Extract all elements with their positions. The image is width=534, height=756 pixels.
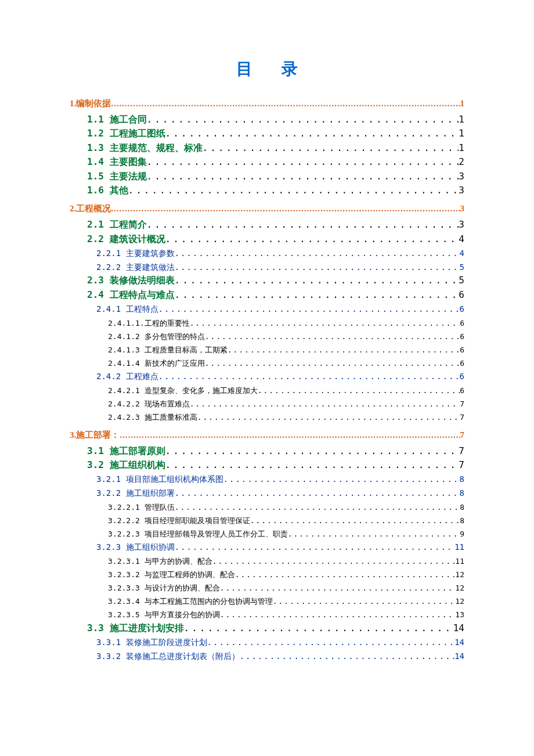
toc-entry-label: 2.2 建筑设计概况 [87,233,165,246]
toc-entry[interactable]: 3.施工部署：7 [70,429,464,441]
toc-entry[interactable]: 3.2.3.3 与设计方的协调、配合12 [70,583,464,593]
toc-entry[interactable]: 3.2 施工组织机构7 [70,459,464,471]
toc-entry-label: 2.工程概况 [70,203,111,215]
toc-entry-page: 12 [455,583,464,593]
toc-entry-page: 14 [454,637,464,649]
toc-entry-label: 3.2.2 施工组织部署 [96,488,175,499]
toc-entry-page: 8 [460,516,464,526]
toc-entry[interactable]: 3.2.2.2 项目经理部职能及项目管理保证8 [70,516,464,526]
toc-entry-label: 2.2.2 主要建筑做法 [96,262,175,273]
toc-entry-label: 2.4.1 工程特点 [96,304,158,315]
toc-entry-page: 11 [455,556,464,567]
toc-entry-label: 2.4.1.1.工程的重要性 [108,318,190,329]
toc-entry-label: 3.3 施工进度计划安排 [87,622,184,635]
toc-entry[interactable]: 2.4 工程特点与难点6 [70,289,464,301]
toc-entry-label: 3.2.2.1 管理队伍 [108,502,175,513]
toc-entry[interactable]: 3.3 施工进度计划安排14 [70,622,464,635]
toc-entry-page: 12 [455,570,464,580]
toc-entry[interactable]: 2.4.2 工程难点6 [70,371,464,383]
toc-entry[interactable]: 2.4.1.2 多分包管理的特点6 [70,332,464,342]
toc-entry[interactable]: 2.2.1 主要建筑参数4 [70,248,464,260]
toc-entry[interactable]: 1.3 主要规范、规程、标准1 [70,142,464,154]
toc-entry-label: 1.2 工程施工图纸 [87,127,165,140]
toc-entry[interactable]: 2.4.1 工程特点6 [70,304,464,315]
toc-entry[interactable]: 1.4 主要图集2 [70,156,464,168]
toc-entry[interactable]: 1.编制依据1 [70,98,464,110]
toc-entry[interactable]: 2.工程概况3 [70,203,464,215]
toc-entry[interactable]: 3.2.2.3 项目经理部领导及管理人员工作分工、职责9 [70,529,464,539]
toc-dots [240,651,455,663]
toc-entry[interactable]: 3.3.2 装修施工总进度计划表（附后）14 [70,651,464,663]
toc-entry[interactable]: 2.3 装修做法明细表5 [70,274,464,287]
toc-entry-label: 1.5 主要法规 [87,170,147,183]
toc-dots [158,371,460,383]
toc-dots [184,622,453,635]
toc-dots [228,345,460,355]
toc-entry[interactable]: 1.1 施工合同1 [70,113,464,126]
toc-entry[interactable]: 2.4.2.1 造型复杂、变化多，施工难度加大6 [70,386,464,396]
toc-dots [175,542,455,553]
toc-entry-page: 6 [460,345,464,355]
toc-entry-label: 2.4 工程特点与难点 [87,289,175,301]
toc-entry[interactable]: 2.4.1.1.工程的重要性6 [70,318,464,329]
toc-entry[interactable]: 2.4.1.4 新技术的广泛应用6 [70,358,464,369]
toc-entry[interactable]: 3.2.3.4 与本工程施工范围内的分包协调与管理12 [70,596,464,607]
toc-dots [147,170,459,183]
toc-entry-label: 3.2 施工组织机构 [87,459,165,471]
toc-entry-label: 1.6 其他 [87,184,128,197]
toc-entry-label: 2.4.2 工程难点 [96,371,158,383]
toc-entry[interactable]: 3.2.2.1 管理队伍8 [70,502,464,513]
toc-entry-label: 3.2.2.3 项目经理部领导及管理人员工作分工、职责 [108,529,288,539]
toc-dots [175,502,460,513]
toc-entry[interactable]: 2.4.2.2 现场布置难点7 [70,399,464,409]
toc-entry[interactable]: 3.2.3 施工组织协调11 [70,542,464,553]
toc-dots [250,516,460,526]
toc-entry[interactable]: 3.2.3.2 与监理工程师的协调、配合12 [70,570,464,580]
toc-entry-label: 1.编制依据 [70,98,111,110]
toc-entry-page: 6 [460,332,464,342]
toc-entry[interactable]: 1.5 主要法规3 [70,170,464,183]
toc-entry[interactable]: 3.2.2 施工组织部署8 [70,488,464,499]
toc-entry-page: 5 [459,274,464,287]
toc-entry-page: 13 [455,610,464,620]
toc-entry[interactable]: 2.4.2.3 施工质量标准高7 [70,412,464,423]
toc-entry[interactable]: 3.1 施工部署原则7 [70,445,464,458]
toc-entry-page: 14 [454,651,464,663]
toc-dots [190,399,460,409]
toc-entry-page: 8 [460,474,464,485]
toc-entry-page: 7 [460,399,464,409]
toc-entry-page: 6 [460,386,464,396]
toc-entry[interactable]: 2.4.1.3 工程质量目标高，工期紧6 [70,345,464,355]
toc-entry[interactable]: 3.2.3.1 与甲方的协调、配合11 [70,556,464,567]
toc-dots [190,318,460,329]
toc-entry[interactable]: 3.2.1 项目部施工组织机构体系图8 [70,474,464,485]
toc-dots [207,637,455,649]
toc-entry[interactable]: 2.2 建筑设计概况4 [70,233,464,246]
toc-entry-label: 3.2.3.2 与监理工程师的协调、配合 [108,570,235,580]
toc-entry[interactable]: 3.2.3.5 与甲方直接分包的协调13 [70,610,464,620]
toc-entry-page: 7 [459,445,464,458]
toc-entry[interactable]: 3.3.1 装修施工阶段进度计划14 [70,637,464,649]
toc-entry-label: 3.2.3.5 与甲方直接分包的协调 [108,610,220,620]
toc-entry-label: 2.4.2.3 施工质量标准高 [108,412,197,423]
toc-entry[interactable]: 1.2 工程施工图纸1 [70,127,464,140]
toc-entry-page: 7 [459,459,464,471]
toc-entry-page: 6 [459,289,464,301]
toc-entry-label: 3.2.1 项目部施工组织机构体系图 [96,474,223,485]
toc-entry-page: 3 [460,203,465,215]
toc-entry-page: 1 [459,127,464,140]
toc-entry-label: 2.1 工程简介 [87,218,147,231]
toc-dots [220,610,456,620]
toc-entry[interactable]: 2.1 工程简介3 [70,218,464,231]
toc-entry-page: 9 [460,529,464,539]
toc-entry-label: 3.1 施工部署原则 [87,445,165,458]
toc-entry-label: 2.4.1.2 多分包管理的特点 [108,332,205,342]
toc-entry-label: 2.4.1.3 工程质量目标高，工期紧 [108,345,228,355]
toc-entry-page: 1 [459,113,464,126]
toc-entry-page: 4 [459,233,464,246]
toc-entry[interactable]: 2.2.2 主要建筑做法5 [70,262,464,273]
toc-entry-label: 3.施工部署： [70,429,120,441]
toc-entry[interactable]: 1.6 其他3 [70,184,464,197]
toc-entry-page: 3 [459,170,464,183]
toc-dots [223,474,460,485]
